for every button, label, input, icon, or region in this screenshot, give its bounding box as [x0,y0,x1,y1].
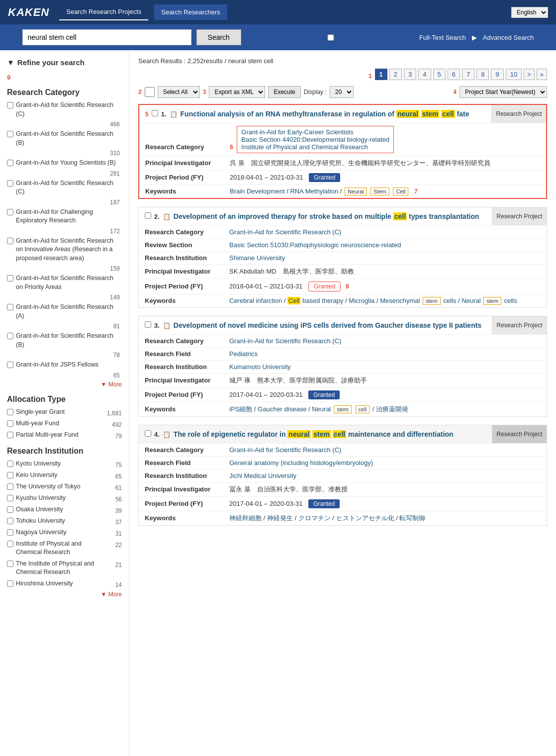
category-item-label[interactable]: Grant-in-Aid for Scientific Research on … [7,237,122,263]
category-checkbox-5[interactable] [7,238,13,244]
copy-icon-2[interactable]: 📋 [163,213,171,220]
execute-button[interactable]: Execute [268,86,300,98]
research-category-more[interactable]: ▼ More [7,381,122,388]
keyword-link-mesenchymal[interactable]: Mesenchymal stem cells [380,297,456,304]
allocation-item-label[interactable]: Partial Multi-year Fund [7,431,106,440]
category-checkbox-7[interactable] [7,304,13,310]
page-10[interactable]: 10 [506,69,522,80]
category-item-label[interactable]: Grant-in-Aid for Challenging Exploratory… [7,208,122,225]
allocation-item-label[interactable]: Single-year Grant [7,408,106,417]
category-link-1[interactable]: Grant-in-Aid for Early-Career Scientists [241,128,353,136]
institution-item-label[interactable]: Kyoto University [7,460,106,469]
category-checkbox-1[interactable] [7,131,13,137]
institution-link-2[interactable]: Shimane University [229,254,285,262]
search-button[interactable]: Search [196,29,241,45]
language-selector[interactable]: English [511,7,548,18]
category-item-label[interactable]: Grant-in-Aid for Scientific Research on … [7,274,122,291]
allocation-checkbox-1[interactable] [7,420,13,427]
institution-item-label[interactable]: Tohoku University [7,517,106,526]
page-1[interactable]: 1 [375,69,387,80]
category-item-label[interactable]: Grant-in-Aid for Scientific Research (B) [7,130,122,147]
page-last[interactable]: » [537,69,547,80]
institution-checkbox-8[interactable] [7,561,13,567]
keyword-link-cell-therapy[interactable]: Cell based therapy [287,297,343,304]
institution-link-4[interactable]: Jichi Medical University [229,472,296,479]
page-2[interactable]: 2 [389,69,402,80]
result-checkbox-4[interactable] [145,430,151,437]
institution-checkbox-4[interactable] [7,506,13,513]
fulltext-search-option[interactable]: Full-Text Search [246,34,466,41]
export-dropdown[interactable]: Export as XML [209,86,265,98]
result-title-link-2[interactable]: Development of an improved therapy for s… [174,212,479,220]
institution-checkbox-0[interactable] [7,461,13,467]
result-checkbox-2[interactable] [145,212,151,219]
result-title-link-1[interactable]: Functional analysis of an RNA methyltran… [181,110,469,118]
institution-item-label[interactable]: Hiroshima University [7,579,106,588]
select-all-checkbox[interactable] [145,87,155,97]
display-count-select[interactable]: 20 [330,86,354,98]
institution-link-1[interactable]: Institute of Physical and Chemical Resea… [241,143,368,151]
copy-icon-4[interactable]: 📋 [163,431,171,438]
allocation-checkbox-0[interactable] [7,409,13,415]
allocation-checkbox-2[interactable] [7,432,13,438]
keyword-link-transcription[interactable]: 転写制御 [399,514,425,522]
category-checkbox-9[interactable] [7,362,13,368]
keyword-link-microglia[interactable]: Microglia [349,297,374,304]
institution-item-label[interactable]: The University of Tokyo [7,482,106,491]
category-checkbox-2[interactable] [7,160,13,166]
institution-checkbox-6[interactable] [7,529,13,536]
institution-checkbox-9[interactable] [7,580,13,587]
keyword-link-2[interactable]: RNA Methylation [290,188,338,195]
institution-checkbox-2[interactable] [7,483,13,490]
page-6[interactable]: 6 [448,69,460,80]
category-item-label[interactable]: Grant-in-Aid for JSPS Fellows [7,361,122,370]
page-9[interactable]: 9 [491,69,503,80]
keyword-link-shinkei[interactable]: 神経幹細胞 [229,514,262,522]
category-checkbox-3[interactable] [7,180,13,187]
institution-link-3[interactable]: Kumamoto University [229,363,291,371]
institution-item-label[interactable]: Keio University [7,471,106,480]
research-institution-more[interactable]: ▼ More [7,591,122,598]
result-checkbox-1[interactable] [152,110,158,116]
language-select[interactable]: English [511,7,548,18]
page-3[interactable]: 3 [404,69,416,80]
result-checkbox-3[interactable] [145,321,151,328]
review-link-1[interactable]: Basic Section 44020:Developmental biolog… [241,136,389,143]
institution-checkbox-3[interactable] [7,495,13,501]
select-all-dropdown[interactable]: Select All [158,86,200,98]
category-checkbox-6[interactable] [7,275,13,282]
copy-icon-1[interactable]: 📋 [170,110,178,118]
category-link-3[interactable]: Grant-in-Aid for Scientific Research (C) [229,337,341,345]
result-title-link-4[interactable]: The role of epigenetic regulator in neur… [174,430,454,438]
field-link-3[interactable]: Pediatrics [229,350,258,358]
page-4[interactable]: 4 [418,69,431,80]
page-8[interactable]: 8 [476,69,489,80]
institution-checkbox-1[interactable] [7,472,13,478]
category-item-label[interactable]: Grant-in-Aid for Young Scientists (B) [7,159,122,168]
category-item-label[interactable]: Grant-in-Aid for Scientific Research (A) [7,303,122,320]
institution-checkbox-7[interactable] [7,541,13,547]
nav-search-researchers[interactable]: Search Researchers [154,4,227,20]
institution-item-label[interactable]: The Institute of Physical and Chemical R… [7,560,106,577]
institution-item-label[interactable]: Nagoya University [7,528,106,537]
sort-select[interactable]: Project Start Year(Newest) [460,86,547,98]
category-item-label[interactable]: Grant-in-Aid for Scientific Research (C) [7,179,122,196]
keyword-link-histone[interactable]: ヒストンアセチル化 [336,514,394,522]
category-link-2[interactable]: Grant-in-Aid for Scientific Research (C) [229,228,341,236]
keyword-link-gaucher[interactable]: Gaucher disease [258,405,306,413]
keyword-link-hatssei[interactable]: 神経発生 [267,514,293,522]
keyword-link-ips[interactable]: iPS細胞 [229,405,252,413]
institution-checkbox-5[interactable] [7,518,13,524]
result-title-link-3[interactable]: Development of novel medicine using iPS … [174,321,481,329]
keyword-link-neural-sc[interactable]: Neural stem cell [312,405,371,413]
keyword-link-drug[interactable]: 治療薬開発 [376,405,408,413]
institution-item-label[interactable]: Kyushu University [7,494,106,503]
institution-item-label[interactable]: Osaka University [7,505,106,514]
category-link-4[interactable]: Grant-in-Aid for Scientific Research (C) [229,446,341,454]
advanced-search-link[interactable]: Advanced Search [483,34,534,41]
page-7[interactable]: 7 [462,69,474,80]
keyword-link-chromatin[interactable]: クロマチン [298,514,331,522]
page-5[interactable]: 5 [433,69,446,80]
review-link-2[interactable]: Basic Section 51030:Pathophysiologic neu… [229,241,401,249]
category-item-label[interactable]: Grant-in-Aid for Scientific Research (C) [7,101,122,118]
